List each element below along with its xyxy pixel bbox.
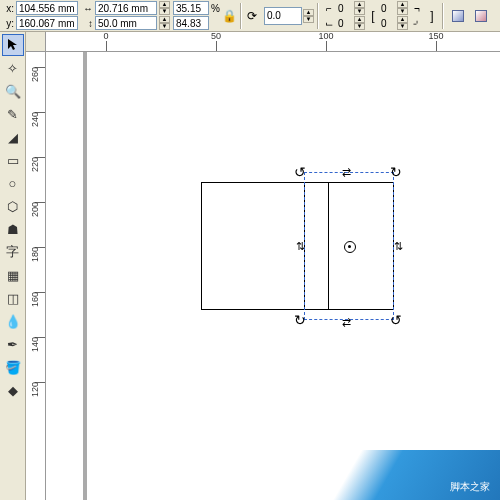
x-label: x: (2, 3, 14, 14)
separator (317, 3, 319, 29)
percent-label: % (211, 3, 220, 14)
rotate-handle-tr[interactable]: ↻ (390, 164, 408, 182)
cd-down[interactable]: ▼ (397, 23, 408, 30)
height-down[interactable]: ▼ (159, 23, 170, 30)
freehand-tool[interactable]: ✎ (2, 103, 24, 125)
table-tool[interactable]: ▦ (2, 264, 24, 286)
watermark-text: 脚本之家 (450, 480, 490, 494)
main-area: ✧ 🔍 ✎ ◢ ▭ ○ ⬡ ☗ 字 ▦ ◫ 💧 ✒ 🪣 ◆ 0 50 100 1… (0, 32, 500, 500)
skew-handle-bottom[interactable]: ⇄ (342, 316, 351, 329)
interactive-fill-tool[interactable]: ◆ (2, 379, 24, 401)
workspace: 0 50 100 150 260 240 220 200 180 160 140… (26, 32, 500, 500)
rotate-handle-tl[interactable]: ↺ (294, 164, 312, 182)
scale-x-input[interactable] (173, 1, 209, 15)
drawing-canvas[interactable]: ↺ ↻ ↻ ↺ ⇄ ⇄ ⇅ ⇅ (46, 52, 500, 500)
toolbox: ✧ 🔍 ✎ ◢ ▭ ○ ⬡ ☗ 字 ▦ ◫ 💧 ✒ 🪣 ◆ (0, 32, 26, 500)
basic-shapes-tool[interactable]: ☗ (2, 218, 24, 240)
skew-handle-right[interactable]: ⇅ (394, 240, 403, 253)
separator (240, 3, 242, 29)
rot-down[interactable]: ▼ (303, 16, 314, 23)
cc-down[interactable]: ▼ (397, 8, 408, 15)
corner-a-val: 0 (338, 3, 352, 14)
corner-tr-icon: ¬ (410, 3, 424, 14)
size-group: ↔ ▲▼ ↕ ▲▼ (81, 1, 170, 30)
skew-handle-top[interactable]: ⇄ (342, 166, 351, 179)
watermark: 脚本之家 (320, 450, 500, 500)
smart-fill-tool[interactable]: ◢ (2, 126, 24, 148)
shape-tool[interactable]: ✧ (2, 57, 24, 79)
x-input[interactable] (16, 1, 78, 15)
ruler-origin[interactable] (26, 32, 46, 52)
convert-button[interactable] (470, 5, 492, 27)
width-icon: ↔ (81, 3, 93, 14)
corner-br-icon: ⌏ (410, 18, 424, 29)
fill-tool[interactable]: 🪣 (2, 356, 24, 378)
skew-handle-left[interactable]: ⇅ (296, 240, 305, 253)
rectangle-tool[interactable]: ▭ (2, 149, 24, 171)
width-down[interactable]: ▼ (159, 8, 170, 15)
height-input[interactable] (95, 16, 157, 30)
corner-d-val: 0 (381, 18, 395, 29)
pick-tool[interactable] (2, 34, 24, 56)
corner-group-2: 0▲▼¬ 0▲▼⌏ (381, 1, 424, 30)
y-label: y: (2, 18, 14, 29)
cb-down[interactable]: ▼ (354, 23, 365, 30)
bracket-left-icon: [ (366, 9, 380, 23)
horizontal-ruler[interactable]: 0 50 100 150 (46, 32, 500, 52)
corner-c-val: 0 (381, 3, 395, 14)
ellipse-tool[interactable]: ○ (2, 172, 24, 194)
height-up[interactable]: ▲ (159, 16, 170, 23)
eyedropper-tool[interactable]: 💧 (2, 310, 24, 332)
y-input[interactable] (16, 16, 78, 30)
cc-up[interactable]: ▲ (397, 1, 408, 8)
polygon-tool[interactable]: ⬡ (2, 195, 24, 217)
corner-b-val: 0 (338, 18, 352, 29)
corner-group-1: ⌐0▲▼ ⌙0▲▼ (322, 1, 365, 30)
scale-y-input[interactable] (173, 16, 209, 30)
wrap-text-button[interactable] (447, 5, 469, 27)
height-icon: ↕ (81, 18, 93, 29)
width-input[interactable] (95, 1, 157, 15)
lock-ratio-icon[interactable]: 🔒 (223, 2, 237, 30)
ca-up[interactable]: ▲ (354, 1, 365, 8)
rotate-handle-br[interactable]: ↺ (390, 312, 408, 330)
rot-up[interactable]: ▲ (303, 9, 314, 16)
ca-down[interactable]: ▼ (354, 8, 365, 15)
blend-tool[interactable]: ◫ (2, 287, 24, 309)
corner-tl-icon: ⌐ (322, 3, 336, 14)
width-up[interactable]: ▲ (159, 1, 170, 8)
outline-tool[interactable]: ✒ (2, 333, 24, 355)
corner-bl-icon: ⌙ (322, 18, 336, 29)
text-tool[interactable]: 字 (2, 241, 24, 263)
zoom-tool[interactable]: 🔍 (2, 80, 24, 102)
rotation-pivot[interactable] (344, 241, 356, 253)
separator (442, 3, 444, 29)
scale-group: % (173, 1, 220, 30)
cd-up[interactable]: ▲ (397, 16, 408, 23)
rotate-handle-bl[interactable]: ↻ (294, 312, 312, 330)
vertical-ruler[interactable]: 260 240 220 200 180 160 140 120 (26, 52, 46, 500)
cb-up[interactable]: ▲ (354, 16, 365, 23)
rotation-icon: ⟳ (247, 9, 261, 23)
position-group: x: y: (2, 1, 78, 30)
rotation-input[interactable] (264, 7, 302, 25)
property-bar: x: y: ↔ ▲▼ ↕ ▲▼ % 🔒 ⟳ ▲▼ ⌐0▲▼ (0, 0, 500, 32)
bracket-right-icon: ] (425, 9, 439, 23)
